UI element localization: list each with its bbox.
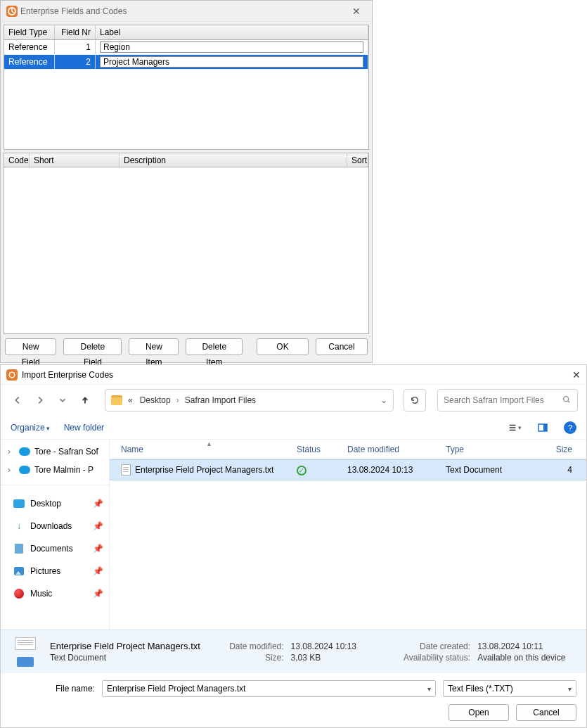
refresh-icon[interactable] [404, 389, 426, 411]
close-icon[interactable]: ✕ [564, 369, 581, 381]
navigation-sidebar[interactable]: › Tore - Safran Sof › Tore Malmin - P De… [1, 440, 110, 630]
sidebar-item-label: Downloads [30, 521, 87, 531]
close-icon[interactable]: ✕ [347, 6, 366, 17]
col-status[interactable]: Status [294, 445, 344, 454]
chevron-right-icon[interactable]: › [8, 447, 15, 456]
details-modified-value: 13.08.2024 10:13 [291, 641, 368, 651]
enterprise-fields-window: Enterprise Fields and Codes ✕ Field Type… [0, 0, 373, 363]
file-open-dialog: Import Enterprise Codes ✕ « Desktop › Sa… [0, 364, 587, 728]
file-name: Enterprise Field Project Managers.txt [135, 465, 273, 475]
recent-icon[interactable] [54, 392, 71, 409]
cancel-button[interactable]: Cancel [316, 338, 368, 355]
chevron-down-icon[interactable]: ▾ [427, 685, 431, 693]
new-folder-button[interactable]: New folder [64, 423, 104, 433]
pin-icon[interactable]: 📌 [93, 589, 103, 599]
forward-icon[interactable] [32, 392, 49, 409]
sidebar-item-documents[interactable]: Documents 📌 [1, 537, 109, 560]
search-icon [562, 395, 572, 407]
breadcrumb-item[interactable]: Safran Import Files [183, 395, 257, 405]
file-row[interactable]: Enterprise Field Project Managers.txt ✓ … [110, 459, 586, 480]
chevron-down-icon[interactable]: ⌄ [380, 395, 387, 405]
sidebar-item-label: Tore Malmin - P [34, 465, 93, 475]
col-description[interactable]: Description [120, 153, 347, 167]
pin-icon[interactable]: 📌 [93, 499, 103, 509]
music-icon [13, 588, 25, 599]
filename-value: Enterprise Field Project Managers.txt [107, 684, 245, 694]
details-filename: Enterprise Field Project Managers.txt [50, 641, 212, 651]
svg-point-1 [9, 372, 15, 378]
download-icon: ↓ [13, 521, 25, 532]
help-icon[interactable]: ? [564, 421, 576, 434]
address-bar[interactable]: « Desktop › Safran Import Files ⌄ [105, 389, 394, 411]
search-box[interactable] [437, 389, 578, 411]
cell-label: Project Managers [96, 55, 368, 69]
file-modified-cell: 13.08.2024 10:13 [344, 465, 443, 475]
sidebar-item-onedrive[interactable]: › Tore - Safran Sof [4, 442, 106, 461]
sidebar-item-music[interactable]: Music 📌 [1, 582, 109, 605]
up-icon[interactable] [77, 392, 93, 409]
col-sort[interactable]: Sort [347, 153, 368, 167]
file-list[interactable]: ▲ Name Status Date modified Type Size En… [110, 440, 586, 630]
sidebar-item-desktop[interactable]: Desktop 📌 [1, 492, 109, 515]
pin-icon[interactable]: 📌 [93, 566, 103, 576]
col-short[interactable]: Short [30, 153, 120, 167]
preview-pane-icon[interactable] [536, 421, 550, 435]
pin-icon[interactable]: 📌 [93, 544, 103, 554]
svg-point-2 [564, 396, 569, 401]
sidebar-item-onedrive[interactable]: › Tore Malmin - P [4, 461, 106, 479]
col-date-modified[interactable]: Date modified [344, 445, 443, 454]
window1-buttonbar: New Field Delete Field New Item Delete I… [1, 334, 372, 359]
sidebar-item-label: Desktop [30, 499, 87, 509]
fields-grid-row[interactable]: Reference 2 Project Managers [4, 55, 368, 70]
window-title: Import Enterprise Codes [18, 370, 564, 380]
sidebar-item-downloads[interactable]: ↓ Downloads 📌 [1, 515, 109, 537]
codes-grid[interactable]: Code Short Description Sort [4, 153, 369, 334]
chevron-right-icon[interactable]: › [176, 395, 179, 405]
search-input[interactable] [444, 395, 562, 405]
col-code[interactable]: Code [4, 153, 30, 167]
titlebar: Import Enterprise Codes ✕ [1, 365, 586, 385]
sidebar-item-pictures[interactable]: Pictures 📌 [1, 560, 109, 582]
chevron-down-icon[interactable]: ▾ [568, 685, 572, 693]
new-field-button[interactable]: New Field [5, 338, 56, 355]
nav-row: « Desktop › Safran Import Files ⌄ [1, 385, 586, 416]
col-size[interactable]: Size [527, 445, 578, 454]
delete-item-button[interactable]: Delete Item [186, 338, 243, 355]
sidebar-item-label: Documents [30, 544, 87, 554]
breadcrumb-sep: « [127, 395, 134, 405]
details-availability-label: Availability status: [392, 653, 470, 663]
col-type[interactable]: Type [443, 445, 527, 454]
details-pane: Enterprise Field Project Managers.txt Da… [1, 630, 586, 673]
file-size-cell: 4 [527, 465, 578, 475]
breadcrumb-item[interactable]: Desktop [138, 395, 172, 405]
fields-grid[interactable]: Field Type Field Nr Label Reference 1 Re… [4, 25, 369, 150]
cancel-button[interactable]: Cancel [516, 704, 576, 721]
view-list-icon[interactable]: ▾ [508, 421, 522, 435]
ok-button[interactable]: OK [257, 338, 309, 355]
app-icon [6, 369, 18, 381]
filename-label: File name: [11, 684, 95, 694]
file-name-cell: Enterprise Field Project Managers.txt [118, 464, 294, 475]
back-icon[interactable] [9, 392, 26, 409]
file-type-cell: Text Document [443, 465, 527, 475]
fields-grid-row[interactable]: Reference 1 Region [4, 40, 368, 55]
open-button[interactable]: Open [449, 704, 509, 721]
cell-nr: 2 [55, 55, 96, 69]
cell-label: Region [96, 40, 368, 54]
bottom-bar: File name: Enterprise Field Project Mana… [1, 673, 586, 728]
col-name[interactable]: ▲ Name [118, 445, 294, 454]
window-title: Enterprise Fields and Codes [18, 6, 347, 16]
pin-icon[interactable]: 📌 [93, 521, 103, 531]
col-label[interactable]: Label [96, 25, 368, 39]
chevron-right-icon[interactable]: › [8, 465, 15, 475]
file-list-header: ▲ Name Status Date modified Type Size [110, 440, 586, 459]
sidebar-item-label: Tore - Safran Sof [34, 447, 98, 456]
filetype-filter-combo[interactable]: Text Files (*.TXT) ▾ [443, 680, 576, 697]
details-created-value: 13.08.2024 10:11 [477, 641, 576, 651]
delete-field-button[interactable]: Delete Field [63, 338, 122, 355]
col-field-type[interactable]: Field Type [4, 25, 55, 39]
organize-menu[interactable]: Organize▾ [11, 423, 50, 433]
col-field-nr[interactable]: Field Nr [55, 25, 96, 39]
filename-combo[interactable]: Enterprise Field Project Managers.txt ▾ [102, 680, 436, 697]
new-item-button[interactable]: New Item [129, 338, 179, 355]
